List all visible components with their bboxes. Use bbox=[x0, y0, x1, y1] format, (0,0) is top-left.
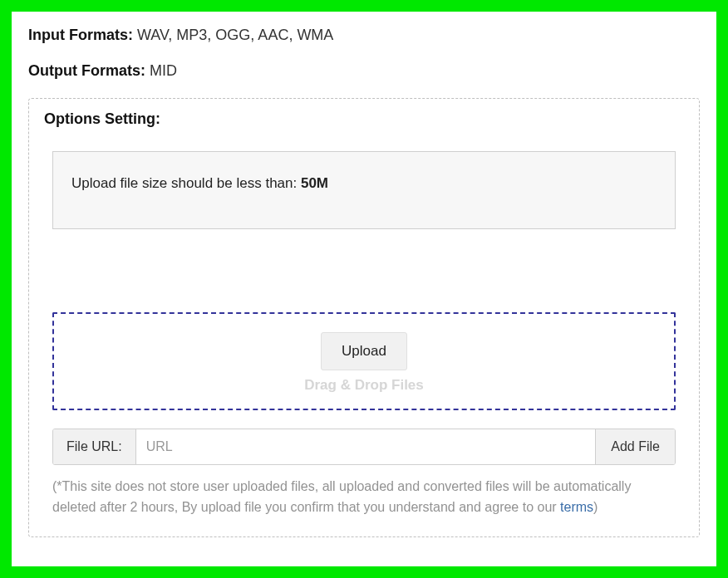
size-limit: 50M bbox=[301, 175, 328, 191]
file-url-row: File URL: Add File bbox=[52, 429, 676, 465]
add-file-button[interactable]: Add File bbox=[595, 429, 675, 464]
options-panel: Options Setting: Upload file size should… bbox=[28, 98, 700, 537]
output-formats-value: MID bbox=[150, 62, 177, 79]
input-formats-line: Input Formats: WAV, MP3, OGG, AAC, WMA bbox=[28, 27, 700, 44]
upload-button[interactable]: Upload bbox=[321, 332, 407, 370]
output-formats-line: Output Formats: MID bbox=[28, 62, 700, 80]
disclaimer: (*This site does not store user uploaded… bbox=[52, 477, 676, 518]
input-formats-value: WAV, MP3, OGG, AAC, WMA bbox=[137, 27, 333, 43]
terms-link[interactable]: terms bbox=[560, 500, 593, 514]
disclaimer-suffix: ) bbox=[593, 500, 598, 514]
size-notice-text: Upload file size should be less than: bbox=[71, 175, 301, 191]
drop-zone[interactable]: Upload Drag & Drop Files bbox=[52, 312, 676, 410]
disclaimer-prefix: (* bbox=[52, 479, 62, 493]
file-url-input[interactable] bbox=[136, 429, 596, 464]
options-title: Options Setting: bbox=[44, 110, 676, 128]
file-url-label: File URL: bbox=[53, 429, 136, 464]
output-formats-label: Output Formats: bbox=[28, 62, 150, 79]
size-notice: Upload file size should be less than: 50… bbox=[52, 151, 676, 229]
disclaimer-text: This site does not store user uploaded f… bbox=[52, 479, 631, 514]
input-formats-label: Input Formats: bbox=[28, 27, 137, 43]
drag-drop-hint: Drag & Drop Files bbox=[54, 377, 674, 394]
